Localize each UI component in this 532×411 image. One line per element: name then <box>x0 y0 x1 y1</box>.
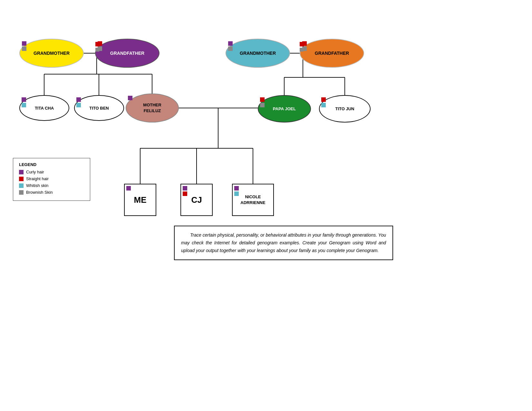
node-me: ME <box>124 184 156 216</box>
tito-jun-label: TITO JUN <box>335 106 354 111</box>
trait-curly-grandmother-right <box>228 41 233 46</box>
trait-curly-tita-cha <box>22 97 26 102</box>
marriage-badge-right <box>300 42 304 46</box>
node-tito-jun: TITO JUN <box>319 95 371 122</box>
node-grandmother-right: GRANDMOTHER <box>226 39 290 68</box>
node-mother: MOTHERFELILUZ <box>126 93 179 122</box>
legend-item-curly: Curly hair <box>19 170 84 174</box>
mother-label: MOTHERFELILUZ <box>143 102 161 114</box>
marriage-badge-left-gray <box>95 48 99 52</box>
info-box: Trace certain physical, personality, or … <box>174 226 393 260</box>
me-label: ME <box>134 195 147 205</box>
node-grandfather-right: GRANDFATHER <box>300 39 364 68</box>
grandfather-left-label: GRANDFATHER <box>110 51 144 56</box>
cj-label: CJ <box>191 195 202 205</box>
legend-item-straight: Straight hair <box>19 176 84 181</box>
legend-label-curly: Curly hair <box>26 170 44 174</box>
trait-curly-tito-ben <box>76 97 81 102</box>
trait-skin-grandmother-left <box>22 46 26 51</box>
trait-curly-grandmother-left <box>22 41 26 46</box>
trait-straight-papa-joel <box>260 97 265 102</box>
legend-item-brownish: Brownish Skin <box>19 190 84 195</box>
trait-skin-tito-ben <box>76 103 81 107</box>
legend-box: LEGEND Curly hair Straight hair Whitish … <box>13 158 90 201</box>
info-text: Trace certain physical, personality, or … <box>181 231 386 254</box>
node-grandmother-left: GRANDMOTHER <box>19 39 84 68</box>
marriage-badge-left <box>95 42 100 46</box>
nicole-label: NICOLEADRRIENNE <box>240 194 265 206</box>
node-cj: CJ <box>180 184 213 216</box>
marriage-badge-right-gray <box>300 48 304 52</box>
papa-joel-label: PAPA JOEL <box>273 106 296 111</box>
grandmother-right-label: GRANDMOTHER <box>240 51 276 56</box>
trait-curly-mother <box>128 96 132 100</box>
trait-skin-grandmother-right <box>228 46 233 51</box>
legend-color-curly <box>19 170 24 174</box>
legend-label-whitish: Whitish skin <box>26 183 48 188</box>
node-grandfather-left: GRANDFATHER <box>95 39 160 68</box>
trait-skin-tita-cha <box>22 103 26 107</box>
node-tita-cha: TITA CHA <box>19 95 69 121</box>
legend-title: LEGEND <box>19 162 84 167</box>
trait-curly-cj <box>183 186 187 191</box>
tito-ben-label: TITO BEN <box>89 106 109 111</box>
legend-item-whitish: Whitish skin <box>19 183 84 188</box>
legend-label-brownish: Brownish Skin <box>26 190 53 195</box>
node-tito-ben: TITO BEN <box>74 95 124 121</box>
trait-curly-nicole <box>234 186 239 191</box>
trait-straight-tito-jun <box>321 97 326 102</box>
node-papa-joel: PAPA JOEL <box>258 95 311 122</box>
tita-cha-label: TITA CHA <box>35 106 54 111</box>
grandfather-right-label: GRANDFATHER <box>315 51 349 56</box>
node-nicole: NICOLEADRRIENNE <box>232 184 274 216</box>
legend-color-straight <box>19 177 24 181</box>
trait-skin-tito-jun <box>321 103 326 107</box>
legend-color-brownish <box>19 190 24 195</box>
legend-color-whitish <box>19 183 24 188</box>
trait-straight-cj <box>183 191 187 196</box>
trait-skin-nicole <box>234 191 239 196</box>
genogram-container: GRANDMOTHER GRANDFATHER GRANDMOTHER GRAN… <box>0 0 532 411</box>
trait-curly-me <box>126 186 131 191</box>
legend-label-straight: Straight hair <box>26 176 49 181</box>
grandmother-left-label: GRANDMOTHER <box>34 51 70 56</box>
trait-skin-papa-joel <box>260 103 265 107</box>
